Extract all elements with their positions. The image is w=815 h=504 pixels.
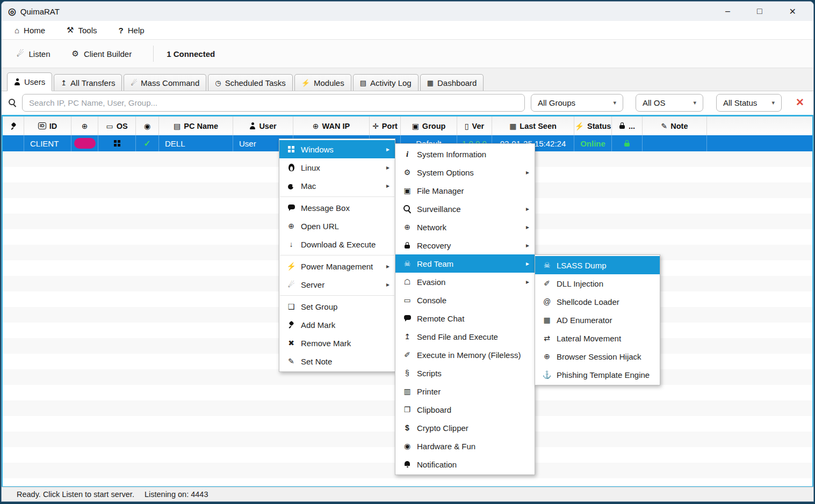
menu-home-label: Home: [24, 26, 45, 35]
column-header-os[interactable]: ▭ OS: [98, 116, 136, 135]
menu-item-label: Surveillance: [417, 204, 461, 214]
menu-item-windows[interactable]: Windows ▸: [279, 140, 395, 158]
tab-mass-command[interactable]: ☄ Mass Command: [124, 74, 206, 91]
column-header-camera[interactable]: ◉: [136, 116, 159, 135]
menu-tools[interactable]: ⚒ Tools: [67, 25, 97, 35]
listen-button[interactable]: ☄ Listen: [17, 49, 50, 59]
submenu-item-network[interactable]: ⊕ Network ▸: [395, 218, 535, 236]
clear-filters-button[interactable]: ✕: [792, 96, 807, 109]
magnifier-icon: [401, 205, 414, 213]
submenu-item-notification[interactable]: Notification: [395, 455, 535, 473]
row-lock-cell: [612, 135, 643, 151]
console-icon: ▭: [401, 296, 414, 304]
plug-icon: ⚡: [301, 79, 310, 87]
submenu-item-console[interactable]: ▭ Console: [395, 291, 535, 309]
menu-item-set-note[interactable]: ✎ Set Note: [279, 352, 395, 370]
row-note-cell: [643, 135, 707, 151]
row-camera-cell: ✓: [136, 135, 159, 151]
submenu-item-red-team[interactable]: ☠ Red Team ▸: [395, 254, 535, 273]
redteam-item-ad-enumerator[interactable]: ▦ AD Enumerator: [535, 311, 660, 329]
column-header-group[interactable]: ▣ Group: [401, 116, 457, 135]
column-label: Status: [587, 122, 611, 130]
gear-icon: ⚙: [401, 168, 414, 177]
close-button[interactable]: ✕: [785, 5, 800, 18]
menu-item-linux[interactable]: Linux ▸: [279, 158, 395, 177]
minimize-button[interactable]: –: [721, 5, 734, 17]
submenu-item-evasion[interactable]: ☖ Evasion ▸: [395, 273, 535, 291]
column-header-user[interactable]: User: [233, 116, 293, 135]
menu-item-mac[interactable]: Mac ▸: [279, 177, 395, 195]
shuffle-icon: ⇄: [540, 334, 553, 342]
menu-item-label: DLL Injection: [557, 279, 603, 288]
submenu-item-clipboard[interactable]: ❐ Clipboard: [395, 400, 535, 419]
menu-item-server[interactable]: ☄ Server ▸: [279, 275, 395, 294]
satellite-icon: ☄: [285, 280, 298, 289]
submenu-item-file-manager[interactable]: ▣ File Manager: [395, 181, 535, 200]
menu-help[interactable]: ? Help: [119, 26, 145, 35]
globe-icon: ⊕: [285, 222, 298, 230]
submenu-item-hardware-fun[interactable]: ◉ Hardware & Fun: [395, 437, 535, 455]
tab-users[interactable]: Users: [7, 72, 52, 91]
menu-item-open-url[interactable]: ⊕ Open URL: [279, 217, 395, 235]
menu-item-label: File Manager: [417, 186, 464, 195]
status-filter-select[interactable]: All Status ▾: [716, 94, 782, 112]
menu-item-set-group[interactable]: ❑ Set Group: [279, 297, 395, 316]
redteam-item-dll-injection[interactable]: ✐ DLL Injection: [535, 274, 660, 293]
client-builder-button[interactable]: ⚙ Client Builder: [71, 49, 132, 59]
redteam-item-phishing-template-engine[interactable]: ⚓ Phishing Template Engine: [535, 366, 660, 384]
syringe-icon: ✐: [540, 279, 553, 288]
tab-dashboard[interactable]: ▦ Dashboard: [420, 74, 484, 91]
column-header-pin[interactable]: [3, 116, 24, 135]
status-message: Ready. Click Listen to start server.: [17, 490, 134, 499]
column-label: ID: [49, 122, 57, 130]
column-header-status[interactable]: ⚡ Status: [574, 116, 612, 135]
tab-modules[interactable]: ⚡ Modules: [294, 74, 351, 91]
submenu-item-recovery[interactable]: Recovery ▸: [395, 236, 535, 254]
column-header-id[interactable]: ID ID: [24, 116, 71, 135]
menu-item-download-execute[interactable]: ↓ Download & Execute: [279, 235, 395, 253]
column-header-ver[interactable]: ▯ Ver: [457, 116, 492, 135]
column-header-port[interactable]: ✛ Port: [370, 116, 401, 135]
submenu-item-execute-in-memory[interactable]: ✐ Execute in Memory (Fileless): [395, 346, 535, 364]
column-label: Group: [422, 122, 446, 130]
os-filter-select[interactable]: All OS ▾: [636, 94, 703, 112]
menu-item-power-management[interactable]: ⚡ Power Management ▸: [279, 257, 395, 275]
tab-scheduled-tasks[interactable]: ◷ Scheduled Tasks: [208, 74, 292, 91]
tab-activity-log[interactable]: ▤ Activity Log: [353, 74, 419, 91]
column-header-pc-name[interactable]: ▤ PC Name: [159, 116, 233, 135]
column-header-note[interactable]: ✎ Note: [643, 116, 707, 135]
menu-item-label: Recovery: [417, 241, 451, 250]
column-header-lock[interactable]: ...: [612, 116, 643, 135]
chevron-down-icon: ▾: [613, 99, 616, 106]
group-filter-select[interactable]: All Groups ▾: [531, 94, 623, 112]
submenu-item-crypto-clipper[interactable]: $ Crypto Clipper: [395, 419, 535, 437]
submenu-item-surveillance[interactable]: Surveillance ▸: [395, 200, 535, 218]
redteam-item-shellcode-loader[interactable]: @ Shellcode Loader: [535, 293, 660, 311]
column-header-country[interactable]: ⊕: [71, 116, 98, 135]
submenu-item-remote-chat[interactable]: Remote Chat: [395, 309, 535, 327]
syringe-icon: ✐: [401, 350, 414, 359]
search-input[interactable]: [22, 94, 525, 112]
submenu-item-printer[interactable]: ▥ Printer: [395, 382, 535, 400]
menu-item-remove-mark[interactable]: ✖ Remove Mark: [279, 334, 395, 352]
column-header-wan-ip[interactable]: ⊕ WAN IP: [293, 116, 370, 135]
maximize-button[interactable]: □: [753, 5, 767, 17]
wrench-icon: ⚙: [71, 49, 78, 59]
status-filter-value: All Status: [723, 98, 757, 107]
submenu-item-send-file-execute[interactable]: ↥ Send File and Execute: [395, 327, 535, 346]
money-bag-icon: $: [401, 423, 414, 432]
menu-home[interactable]: ⌂ Home: [15, 26, 45, 35]
row-id-cell: CLIENT: [24, 135, 71, 151]
redteam-item-browser-session-hijack[interactable]: ⊕ Browser Session Hijack: [535, 347, 660, 366]
redteam-item-lsass-dump[interactable]: ☠ LSASS Dump: [535, 256, 660, 274]
redteam-item-lateral-movement[interactable]: ⇄ Lateral Movement: [535, 329, 660, 347]
menu-item-message-box[interactable]: Message Box: [279, 199, 395, 217]
column-label: Port: [382, 122, 398, 130]
submenu-item-system-information[interactable]: i System Information: [395, 145, 535, 163]
tab-all-transfers[interactable]: ↥ All Transfers: [54, 74, 122, 91]
submenu-item-scripts[interactable]: § Scripts: [395, 364, 535, 382]
pin-icon: [285, 321, 298, 328]
submenu-item-system-options[interactable]: ⚙ System Options ▸: [395, 163, 535, 181]
menu-item-add-mark[interactable]: Add Mark: [279, 316, 395, 334]
column-header-last-seen[interactable]: ▦ Last Seen: [492, 116, 574, 135]
